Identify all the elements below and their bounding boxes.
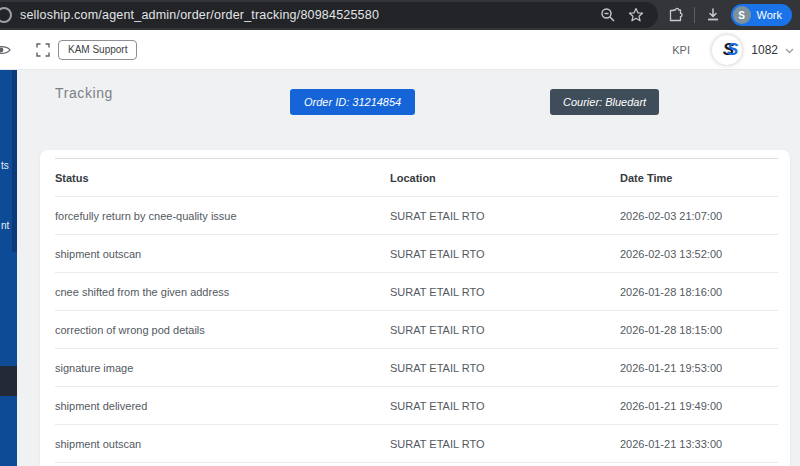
table-row: shipment outscan SURAT ETAIL RTO 2026-02…	[55, 235, 778, 273]
status-cell: shipment outscan	[55, 248, 390, 260]
column-header-location: Location	[390, 172, 620, 184]
column-header-status: Status	[55, 172, 390, 184]
zoom-out-icon[interactable]	[600, 7, 616, 23]
page-title: Tracking	[55, 85, 113, 101]
content-area: ts nt Tracking Order ID: 31214854 Courie…	[0, 70, 800, 466]
avatar: S	[733, 6, 751, 24]
status-cell: signature image	[55, 362, 390, 374]
tracking-card: Status Location Date Time forcefully ret…	[40, 150, 790, 466]
sidebar-nav[interactable]: ts nt	[0, 70, 17, 466]
sidebar-item-active[interactable]	[0, 366, 17, 396]
kam-support-button[interactable]: KAM Support	[58, 40, 137, 60]
browser-profile-button[interactable]: S Work	[731, 4, 792, 26]
datetime-cell: 2026-01-21 19:49:00	[620, 400, 778, 412]
sidebar-item-truncated[interactable]: ts	[1, 160, 9, 171]
table-row: cnee shifted from the given address SURA…	[55, 273, 778, 311]
table-row: shipment delivered SURAT ETAIL RTO 2026-…	[55, 387, 778, 425]
status-cell: correction of wrong pod details	[55, 324, 390, 336]
status-cell: forcefully return by cnee-quality issue	[55, 210, 390, 222]
table-row: correction of wrong pod details SURAT ET…	[55, 311, 778, 349]
datetime-cell: 2026-02-03 21:07:00	[620, 210, 778, 222]
address-bar[interactable]: selloship.com/agent_admin/order/order_tr…	[0, 2, 658, 28]
table-row: shipment outscan SURAT ETAIL RTO 2026-01…	[55, 425, 778, 463]
datetime-cell: 2026-01-21 13:33:00	[620, 438, 778, 450]
table-row: forcefully return by cnee-quality issue …	[55, 197, 778, 235]
status-cell: shipment delivered	[55, 400, 390, 412]
site-info-icon[interactable]	[0, 7, 12, 23]
datetime-cell: 2026-01-28 18:16:00	[620, 286, 778, 298]
download-icon[interactable]	[705, 7, 721, 23]
location-cell: SURAT ETAIL RTO	[390, 324, 620, 336]
datetime-cell: 2026-02-03 13:52:00	[620, 248, 778, 260]
logo-letter: S	[727, 40, 731, 60]
table-header-row: Status Location Date Time	[55, 159, 778, 197]
eye-icon[interactable]	[0, 43, 11, 57]
bookmark-star-icon[interactable]	[628, 7, 644, 23]
location-cell: SURAT ETAIL RTO	[390, 210, 620, 222]
column-header-datetime: Date Time	[620, 172, 778, 184]
table-row: signature image SURAT ETAIL RTO 2026-01-…	[55, 349, 778, 387]
omnibox-actions	[600, 2, 644, 28]
location-cell: SURAT ETAIL RTO	[390, 362, 620, 374]
chevron-down-icon[interactable]	[785, 48, 794, 54]
location-cell: SURAT ETAIL RTO	[390, 286, 620, 298]
courier-button[interactable]: Courier: Bluedart	[550, 89, 659, 115]
agent-id-label[interactable]: 1082	[751, 43, 778, 57]
datetime-cell: 2026-01-21 19:53:00	[620, 362, 778, 374]
sidebar-item-truncated[interactable]: nt	[1, 220, 9, 231]
url-text[interactable]: selloship.com/agent_admin/order/order_tr…	[20, 2, 379, 28]
toolbar-divider	[694, 7, 695, 23]
sidebar-scrollbar[interactable]	[12, 70, 17, 252]
profile-name: Work	[757, 9, 782, 21]
location-cell: SURAT ETAIL RTO	[390, 438, 620, 450]
status-cell: cnee shifted from the given address	[55, 286, 390, 298]
status-cell: shipment outscan	[55, 438, 390, 450]
extensions-icon[interactable]	[667, 7, 684, 24]
toolbar-actions: S Work	[667, 0, 792, 30]
datetime-cell: 2026-01-28 18:15:00	[620, 324, 778, 336]
order-id-button[interactable]: Order ID: 31214854	[290, 89, 415, 115]
location-cell: SURAT ETAIL RTO	[390, 400, 620, 412]
browser-toolbar: selloship.com/agent_admin/order/order_tr…	[0, 0, 800, 30]
selloship-logo[interactable]: SS	[712, 35, 742, 65]
app-header: KAM Support KPI SS 1082	[0, 30, 800, 70]
tracking-table: Status Location Date Time forcefully ret…	[55, 158, 778, 463]
browser-window: selloship.com/agent_admin/order/order_tr…	[0, 0, 800, 466]
kpi-link[interactable]: KPI	[672, 44, 690, 56]
location-cell: SURAT ETAIL RTO	[390, 248, 620, 260]
fullscreen-icon[interactable]	[36, 43, 50, 57]
